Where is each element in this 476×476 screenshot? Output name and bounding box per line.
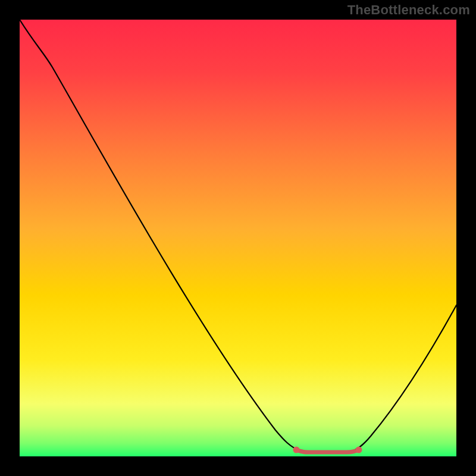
optimal-range-left-dot: [293, 447, 300, 453]
chart-frame: TheBottleneck.com: [0, 0, 476, 476]
optimal-range-segment: [296, 450, 359, 452]
chart-svg: [20, 20, 456, 456]
watermark-text: TheBottleneck.com: [347, 2, 470, 18]
optimal-range-right-dot: [356, 447, 362, 453]
plot-area: [20, 20, 456, 456]
gradient-background: [20, 20, 456, 456]
